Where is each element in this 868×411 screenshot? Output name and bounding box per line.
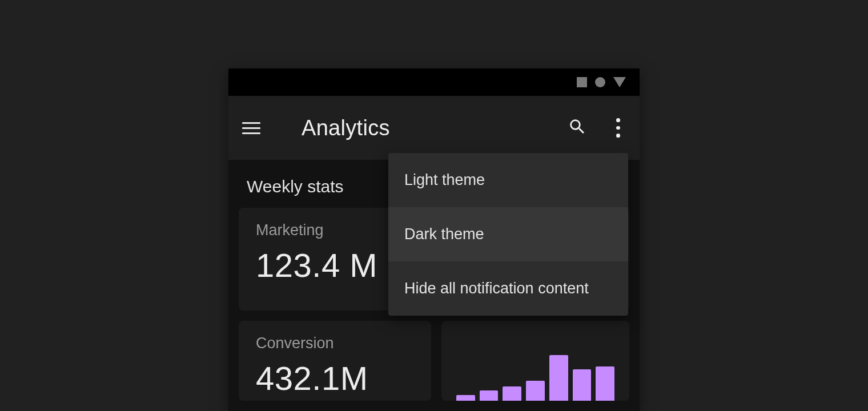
search-icon[interactable] <box>568 117 587 139</box>
bar <box>573 369 592 401</box>
bar <box>549 355 568 401</box>
overflow-menu: Light theme Dark theme Hide all notifica… <box>388 153 628 316</box>
status-circle-icon <box>595 77 605 87</box>
stat-value: 432.1M <box>256 359 414 397</box>
menu-item-dark-theme[interactable]: Dark theme <box>388 207 628 261</box>
bar <box>596 366 614 401</box>
bar <box>503 386 521 401</box>
conversion-card[interactable]: Conversion 432.1M <box>239 321 431 401</box>
more-vert-icon[interactable] <box>610 118 626 138</box>
stat-label: Conversion <box>256 335 414 352</box>
status-triangle-icon <box>613 77 626 87</box>
menu-item-hide-notifications[interactable]: Hide all notification content <box>388 261 628 316</box>
menu-item-light-theme[interactable]: Light theme <box>388 153 628 207</box>
bar <box>480 390 499 401</box>
menu-icon[interactable] <box>242 119 260 137</box>
app-title: Analytics <box>302 116 390 140</box>
bar-chart <box>456 344 614 401</box>
status-square-icon <box>577 77 587 87</box>
app-bar: Analytics <box>228 96 640 160</box>
chart-card[interactable] <box>441 321 629 401</box>
bar <box>526 381 545 401</box>
status-bar <box>228 68 640 96</box>
bar <box>456 395 475 401</box>
